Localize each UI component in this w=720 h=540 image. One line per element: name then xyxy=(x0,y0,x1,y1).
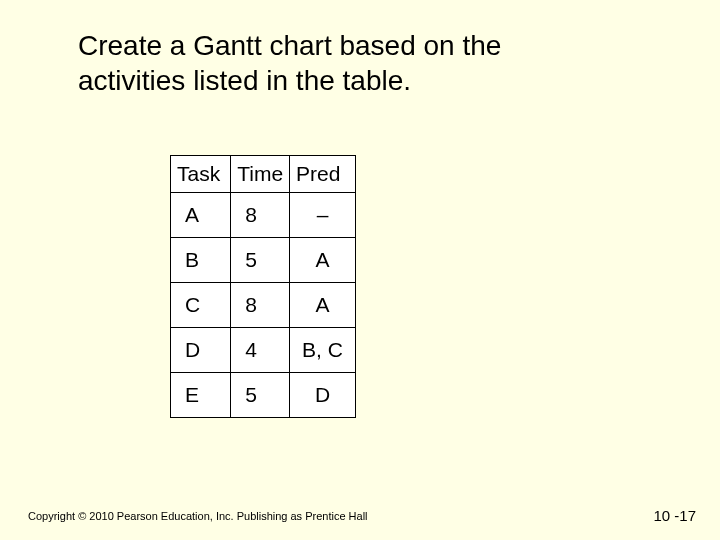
cell-task: B xyxy=(171,238,231,283)
cell-task: C xyxy=(171,283,231,328)
activities-table: Task Time Pred A 8 – B 5 A C 8 A D 4 B, … xyxy=(170,155,356,418)
slide-title: Create a Gantt chart based on the activi… xyxy=(78,28,598,98)
col-header-pred: Pred xyxy=(290,156,356,193)
col-header-time: Time xyxy=(231,156,290,193)
copyright-text: Copyright © 2010 Pearson Education, Inc.… xyxy=(28,510,368,522)
cell-time: 4 xyxy=(231,328,290,373)
cell-time: 8 xyxy=(231,283,290,328)
slide-number: 10 -17 xyxy=(653,507,696,524)
cell-time: 8 xyxy=(231,193,290,238)
cell-pred: B, C xyxy=(290,328,356,373)
cell-task: D xyxy=(171,328,231,373)
col-header-task: Task xyxy=(171,156,231,193)
cell-task: E xyxy=(171,373,231,418)
cell-pred: – xyxy=(290,193,356,238)
table-row: D 4 B, C xyxy=(171,328,356,373)
cell-task: A xyxy=(171,193,231,238)
table-row: A 8 – xyxy=(171,193,356,238)
cell-pred: D xyxy=(290,373,356,418)
table-row: C 8 A xyxy=(171,283,356,328)
cell-time: 5 xyxy=(231,373,290,418)
table-row: E 5 D xyxy=(171,373,356,418)
table-row: B 5 A xyxy=(171,238,356,283)
cell-time: 5 xyxy=(231,238,290,283)
cell-pred: A xyxy=(290,238,356,283)
cell-pred: A xyxy=(290,283,356,328)
table-header-row: Task Time Pred xyxy=(171,156,356,193)
